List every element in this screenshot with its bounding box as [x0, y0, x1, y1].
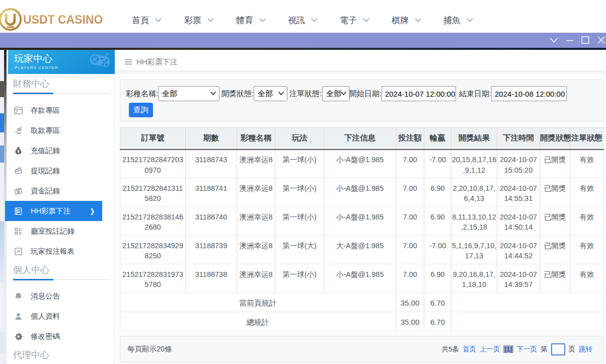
- svg-text:¥: ¥: [17, 149, 20, 154]
